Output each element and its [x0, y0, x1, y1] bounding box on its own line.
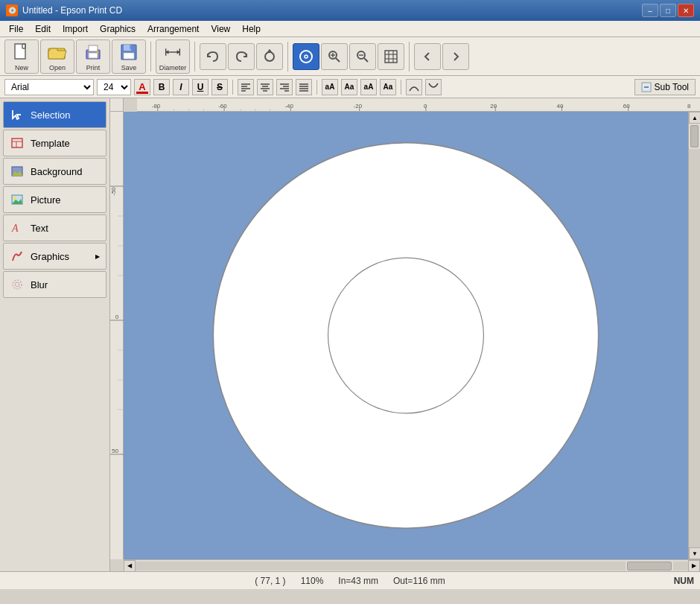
print-button[interactable]: Print — [76, 39, 110, 74]
minimize-button[interactable]: – — [642, 4, 658, 17]
format-separator-1 — [232, 80, 233, 95]
menu-bar: File Edit Import Graphics Arrangement Vi… — [0, 21, 700, 37]
diameter-button[interactable]: Diameter — [156, 39, 190, 74]
text-button[interactable]: A Text — [3, 214, 106, 241]
title-bar: 💿 Untitled - Epson Print CD – □ ✕ — [0, 0, 700, 21]
main-layout: Selection Template Background Picture A … — [0, 98, 700, 571]
underline-button[interactable]: U — [192, 79, 209, 95]
hscroll-track-2 — [673, 562, 688, 570]
zoom-in-button[interactable] — [321, 43, 348, 70]
canvas-area: -80 -60 -40 -20 0 20 40 60 8 — [110, 98, 700, 571]
svg-rect-48 — [12, 139, 22, 147]
sub-tool-area: Sub Tool — [634, 79, 696, 95]
scroll-thumb-v[interactable] — [690, 125, 699, 147]
status-coords: ( 77, 1 ) — [255, 576, 285, 586]
svg-text:8: 8 — [687, 103, 691, 109]
undo-button[interactable] — [200, 43, 226, 70]
italic-button[interactable]: I — [173, 79, 189, 95]
svg-point-54 — [13, 197, 16, 200]
svg-line-23 — [364, 58, 368, 62]
svg-text:-40: -40 — [284, 103, 293, 109]
svg-point-17 — [305, 55, 308, 58]
scroll-left-arrow[interactable]: ◀ — [124, 560, 136, 572]
save-button[interactable]: Save — [112, 39, 146, 74]
scroll-right-arrow[interactable]: ▶ — [688, 560, 700, 572]
scroll-thumb-h[interactable] — [627, 562, 672, 570]
svg-line-19 — [336, 58, 340, 62]
cd-view-button[interactable] — [293, 43, 319, 70]
text-color-button[interactable]: A — [134, 79, 150, 95]
text-effect-4[interactable]: Aa — [380, 79, 396, 95]
svg-rect-0 — [15, 44, 25, 59]
svg-text:A: A — [11, 223, 19, 234]
text-effect-1[interactable]: aA — [322, 79, 338, 95]
scroll-track-v — [689, 149, 700, 547]
ruler-vertical: -50 0 50 — [110, 112, 124, 559]
next-button[interactable] — [442, 43, 469, 70]
zoom-out-button[interactable] — [349, 43, 376, 70]
blur-button[interactable]: Blur — [3, 271, 106, 298]
horizontal-scrollbar[interactable]: ◀ ▶ — [124, 559, 700, 571]
status-num: NUM — [674, 576, 694, 586]
grid-button[interactable] — [378, 43, 404, 70]
status-out-diameter: Out=116 mm — [393, 576, 445, 586]
open-button[interactable]: Open — [40, 39, 74, 74]
sub-tool-button[interactable]: Sub Tool — [634, 79, 696, 95]
size-selector[interactable]: 24 — [97, 79, 131, 95]
ruler-corner — [110, 98, 124, 112]
justify-button[interactable] — [296, 79, 312, 95]
graphics-button[interactable]: Graphics — [3, 243, 106, 270]
blur-icon — [10, 277, 25, 292]
svg-rect-11 — [124, 53, 134, 59]
scroll-up-arrow[interactable]: ▲ — [689, 112, 700, 124]
svg-point-15 — [265, 52, 274, 61]
svg-text:-80: -80 — [152, 103, 161, 109]
menu-help[interactable]: Help — [236, 22, 267, 36]
text-effect-3[interactable]: aA — [360, 79, 377, 95]
template-button[interactable]: Template — [3, 130, 106, 156]
strikethrough-button[interactable]: S — [211, 79, 228, 95]
selection-button[interactable]: Selection — [3, 101, 106, 128]
menu-import[interactable]: Import — [57, 22, 94, 36]
svg-rect-5 — [89, 53, 98, 58]
menu-view[interactable]: View — [205, 22, 236, 36]
menu-edit[interactable]: Edit — [29, 22, 57, 36]
window-title: Untitled - Epson Print CD — [22, 5, 122, 16]
left-panel: Selection Template Background Picture A … — [0, 98, 110, 571]
menu-file[interactable]: File — [3, 22, 29, 36]
svg-text:-20: -20 — [354, 103, 363, 109]
template-icon — [10, 136, 25, 150]
align-right-button[interactable] — [276, 79, 293, 95]
close-button[interactable]: ✕ — [678, 4, 694, 17]
prev-button[interactable] — [414, 43, 441, 70]
canvas-scroll-area[interactable] — [124, 112, 688, 559]
menu-graphics[interactable]: Graphics — [94, 22, 141, 36]
svg-text:40: 40 — [557, 103, 564, 109]
maximize-button[interactable]: □ — [660, 4, 676, 17]
new-button[interactable]: New — [4, 39, 39, 74]
align-center-button[interactable] — [257, 79, 273, 95]
scroll-down-arrow[interactable]: ▼ — [689, 547, 700, 559]
arc-text-left[interactable] — [406, 79, 422, 95]
toolbar-align-group — [414, 43, 469, 70]
toolbar: New Open Print — [0, 37, 700, 76]
format-separator-3 — [401, 80, 401, 95]
bold-button[interactable]: B — [153, 79, 170, 95]
toolbar-separator-4 — [409, 42, 410, 71]
svg-text:20: 20 — [490, 103, 497, 109]
picture-button[interactable]: Picture — [3, 186, 106, 213]
menu-arrangement[interactable]: Arrangement — [141, 22, 205, 36]
text-effect-2[interactable]: Aa — [341, 79, 357, 95]
align-left-button[interactable] — [238, 79, 254, 95]
font-selector[interactable]: Arial — [4, 79, 94, 95]
graphics-icon — [10, 249, 25, 264]
svg-rect-10 — [130, 45, 131, 49]
toolbar-separator-3 — [287, 42, 288, 71]
rotate-button[interactable] — [256, 43, 283, 70]
arc-text-right[interactable] — [425, 79, 442, 95]
svg-point-95 — [328, 258, 484, 413]
svg-rect-6 — [89, 45, 98, 51]
redo-button[interactable] — [228, 43, 255, 70]
vertical-scrollbar[interactable]: ▲ ▼ — [688, 112, 700, 559]
background-button[interactable]: Background — [3, 158, 106, 185]
